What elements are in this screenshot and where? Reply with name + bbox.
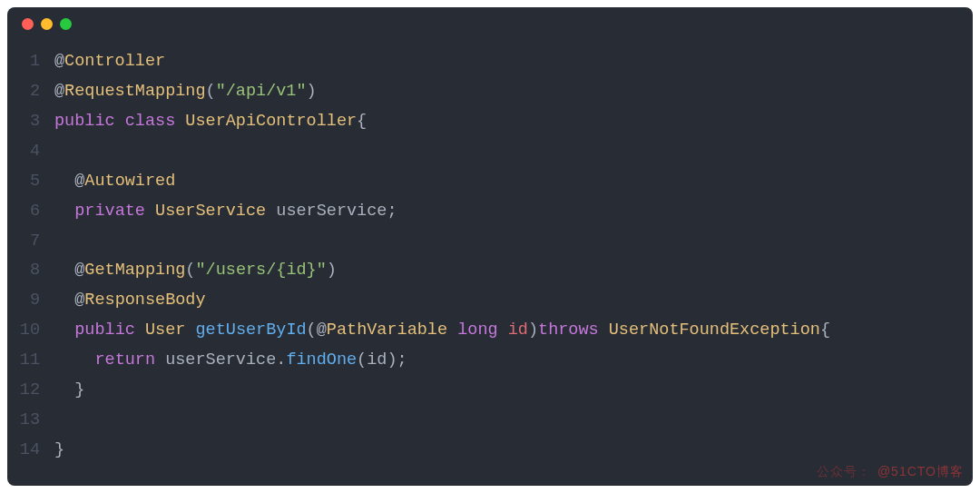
code-area: 1@Controller2@RequestMapping("/api/v1")3… — [7, 40, 973, 486]
code-content: private UserService userService; — [54, 197, 397, 227]
code-content: } — [54, 376, 84, 406]
line-number: 4 — [7, 137, 54, 167]
zoom-icon[interactable] — [60, 18, 72, 30]
code-line: 8 @GetMapping("/users/{id}") — [7, 256, 973, 286]
code-line: 13 — [7, 406, 973, 436]
line-number: 2 — [7, 77, 54, 107]
code-line: 5 @Autowired — [7, 167, 973, 197]
code-line: 2@RequestMapping("/api/v1") — [7, 77, 973, 107]
code-line: 6 private UserService userService; — [7, 197, 973, 227]
line-number: 3 — [7, 107, 54, 137]
code-content: return userService.findOne(id); — [54, 346, 407, 376]
code-line: 7 — [7, 227, 973, 257]
window-titlebar — [7, 7, 973, 40]
code-content: @ResponseBody — [54, 286, 206, 316]
code-line: 14} — [7, 436, 973, 466]
close-icon[interactable] — [22, 18, 34, 30]
line-number: 1 — [7, 47, 54, 77]
line-number: 9 — [7, 286, 54, 316]
line-number: 10 — [7, 316, 54, 346]
code-content: @Controller — [54, 47, 165, 77]
line-number: 7 — [7, 227, 54, 257]
watermark-right: @51CTO博客 — [877, 464, 964, 480]
code-line: 4 — [7, 137, 973, 167]
code-line: 9 @ResponseBody — [7, 286, 973, 316]
code-content: } — [54, 436, 64, 466]
minimize-icon[interactable] — [41, 18, 53, 30]
line-number: 5 — [7, 167, 54, 197]
code-content: public class UserApiController{ — [54, 107, 367, 137]
line-number: 13 — [7, 406, 54, 436]
line-number: 8 — [7, 256, 54, 286]
code-content: @GetMapping("/users/{id}") — [54, 256, 337, 286]
line-number: 6 — [7, 197, 54, 227]
code-content: @RequestMapping("/api/v1") — [54, 77, 317, 107]
watermark-left: 公众号： — [817, 464, 871, 480]
line-number: 11 — [7, 346, 54, 376]
code-content: @Autowired — [54, 167, 175, 197]
code-line: 3public class UserApiController{ — [7, 107, 973, 137]
line-number: 14 — [7, 436, 54, 466]
code-content: public User getUserById(@PathVariable lo… — [54, 316, 830, 346]
code-line: 12 } — [7, 376, 973, 406]
code-line: 11 return userService.findOne(id); — [7, 346, 973, 376]
code-line: 1@Controller — [7, 47, 973, 77]
code-editor-window: 1@Controller2@RequestMapping("/api/v1")3… — [7, 7, 973, 486]
line-number: 12 — [7, 376, 54, 406]
code-line: 10 public User getUserById(@PathVariable… — [7, 316, 973, 346]
